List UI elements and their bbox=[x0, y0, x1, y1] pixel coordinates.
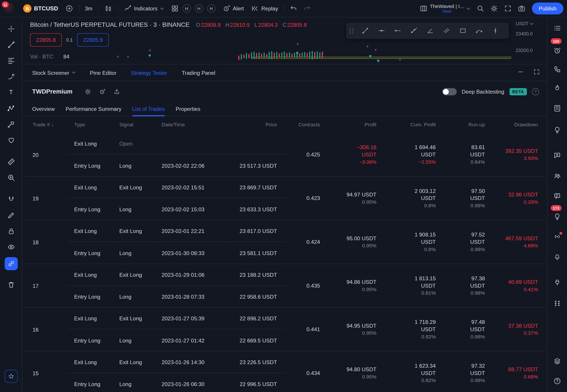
column-header-8[interactable]: Run-up bbox=[436, 122, 485, 127]
column-header-4[interactable]: Price bbox=[231, 122, 286, 127]
layout-menu[interactable]: TheWaved | I... Save bbox=[416, 2, 473, 15]
panel-tab-strategy-tester[interactable]: Strategy Tester bbox=[131, 70, 167, 76]
alerts-icon[interactable] bbox=[553, 47, 561, 54]
report-tab-overview[interactable]: Overview bbox=[32, 102, 55, 116]
buy-button[interactable]: 22805.9 bbox=[77, 33, 109, 46]
trade-row-group[interactable]: 15Exit LongExit Long2023-01-26 14:3023 2… bbox=[25, 351, 546, 392]
strategy-settings-button[interactable] bbox=[83, 86, 93, 97]
help-icon[interactable] bbox=[553, 377, 561, 385]
column-header-9[interactable]: Drawdown bbox=[485, 122, 538, 127]
horizontal-line-icon[interactable] bbox=[374, 24, 389, 37]
trend-angle-icon[interactable] bbox=[423, 24, 438, 37]
symbol-switcher[interactable]: BTCUSD bbox=[20, 2, 61, 15]
panel-tab-pine-editor[interactable]: Pine Editor bbox=[90, 70, 117, 76]
rectangle-icon[interactable] bbox=[455, 24, 471, 37]
report-tab-list-of-trades[interactable]: List of Trades bbox=[132, 102, 165, 116]
text-tool[interactable]: T bbox=[9, 89, 13, 96]
report-tab-properties[interactable]: Properties bbox=[176, 102, 200, 116]
active-drawing-tool[interactable] bbox=[4, 257, 17, 270]
snapshot-button[interactable] bbox=[515, 2, 528, 15]
cursor-crosshair-tool[interactable] bbox=[7, 25, 15, 33]
hotlists-icon[interactable] bbox=[553, 84, 561, 92]
maximize-panel-button[interactable] bbox=[533, 69, 540, 77]
trading-connect-icon[interactable] bbox=[553, 279, 561, 286]
user-avatar[interactable]: 11 bbox=[3, 2, 15, 14]
publish-button[interactable]: Publish bbox=[532, 2, 563, 14]
indicators-button[interactable]: Indicators bbox=[121, 2, 167, 15]
deep-backtesting-toggle[interactable] bbox=[442, 88, 457, 95]
emoji-tool[interactable] bbox=[7, 136, 15, 144]
fullscreen-button[interactable] bbox=[501, 2, 515, 15]
sell-button[interactable]: 22805.8 bbox=[30, 33, 62, 46]
compare-symbol-button[interactable] bbox=[62, 2, 76, 15]
trade-row-group[interactable]: 17Exit LongExit Long2023-01-29 01:0623 1… bbox=[25, 264, 546, 308]
redo-button[interactable] bbox=[300, 2, 314, 15]
favorites-toolbar-button[interactable] bbox=[4, 370, 17, 383]
measure-tool[interactable] bbox=[7, 158, 15, 166]
drag-handle-icon[interactable] bbox=[350, 28, 354, 33]
interval-button[interactable]: 3m bbox=[81, 2, 95, 15]
indicator-templates-button[interactable] bbox=[168, 2, 182, 15]
trade-row-group[interactable]: 16Exit LongExit Long2023-01-27 05:3922 8… bbox=[25, 308, 546, 351]
my-ideas-icon[interactable] bbox=[553, 213, 561, 220]
chart-style-button[interactable] bbox=[101, 2, 115, 15]
strategy-alert-button[interactable] bbox=[97, 86, 108, 97]
drawing-mode-tool[interactable] bbox=[7, 211, 15, 219]
panel-tab-trading-panel[interactable]: Trading Panel bbox=[182, 70, 215, 76]
pattern-tool[interactable] bbox=[7, 104, 15, 112]
parallel-channel-icon[interactable] bbox=[439, 24, 454, 37]
column-header-3[interactable]: Date/Time bbox=[154, 122, 231, 127]
report-tab-performance-summary[interactable]: Performance Summary bbox=[66, 102, 121, 116]
prediction-tool[interactable] bbox=[7, 120, 15, 128]
object-tree-icon[interactable] bbox=[553, 66, 561, 73]
trend-line-icon[interactable] bbox=[358, 24, 373, 37]
zoom-in-tool[interactable] bbox=[7, 174, 15, 182]
extended-line-icon[interactable] bbox=[406, 24, 422, 37]
column-header-6[interactable]: Profit bbox=[320, 122, 376, 127]
ideas-icon[interactable] bbox=[553, 126, 561, 134]
column-header-2[interactable]: Signal bbox=[113, 122, 154, 127]
column-header-1[interactable]: Type bbox=[67, 122, 113, 127]
hotkey-button[interactable]: H bbox=[207, 4, 215, 13]
community-chat-icon[interactable] bbox=[553, 172, 561, 180]
undo-button[interactable] bbox=[287, 2, 300, 15]
brush-tool[interactable] bbox=[7, 72, 15, 81]
watchlist-icon[interactable] bbox=[553, 24, 561, 32]
streams-icon[interactable] bbox=[553, 233, 561, 240]
remove-drawings-tool[interactable] bbox=[7, 281, 15, 289]
minimize-panel-button[interactable] bbox=[517, 69, 524, 77]
strategy-export-button[interactable] bbox=[112, 86, 122, 97]
fib-retracement-tool[interactable] bbox=[7, 57, 15, 65]
notifications-bell-icon[interactable] bbox=[553, 253, 561, 260]
replay-button[interactable]: Replay bbox=[248, 2, 281, 15]
price-scale-currency[interactable]: USDT bbox=[516, 21, 534, 26]
trend-line-tool[interactable] bbox=[7, 41, 15, 49]
hotkey-button[interactable]: H bbox=[182, 4, 191, 13]
chart-area[interactable]: ▼▼▼▼vvvvvvv Bitcoin / TetherUS PERPETUAL… bbox=[22, 17, 547, 64]
hotkey-button[interactable]: H bbox=[195, 4, 203, 13]
trade-row-group[interactable]: 19Exit LongExit Long2023-02-02 15:5123 8… bbox=[25, 177, 546, 220]
vertical-line-icon[interactable] bbox=[488, 24, 503, 37]
settings-button[interactable] bbox=[488, 2, 501, 15]
private-chat-icon[interactable] bbox=[553, 192, 561, 200]
more-apps-icon[interactable] bbox=[553, 300, 561, 307]
strategy-name[interactable]: TWDPremium bbox=[32, 88, 73, 95]
curve-icon[interactable] bbox=[472, 24, 487, 37]
trade-row-group[interactable]: 18Exit LongExit Long2023-02-01 22:2123 8… bbox=[25, 220, 546, 264]
chat-settings-icon[interactable] bbox=[553, 152, 561, 159]
panel-tab-stock-screener[interactable]: Stock Screener bbox=[32, 70, 75, 76]
ray-line-icon[interactable] bbox=[390, 24, 405, 37]
lock-drawings-tool[interactable] bbox=[7, 227, 15, 235]
data-window-icon[interactable] bbox=[553, 105, 561, 112]
column-header-7[interactable]: Cum. Profit bbox=[376, 122, 436, 127]
help-icon[interactable] bbox=[532, 88, 539, 95]
column-header-0[interactable]: Trade # ↓ bbox=[25, 122, 67, 127]
search-button[interactable] bbox=[474, 2, 487, 15]
create-alert-button[interactable]: Alert bbox=[219, 2, 247, 15]
object-layers-icon[interactable] bbox=[553, 357, 561, 365]
hide-drawings-tool[interactable] bbox=[7, 243, 15, 251]
trade-row-group[interactable]: 20Exit LongOpenEntry LongLong2023-02-02 … bbox=[25, 133, 546, 177]
save-link[interactable]: Save bbox=[442, 9, 451, 14]
column-header-5[interactable]: Contracts bbox=[286, 122, 320, 127]
magnet-tool[interactable] bbox=[7, 195, 15, 203]
